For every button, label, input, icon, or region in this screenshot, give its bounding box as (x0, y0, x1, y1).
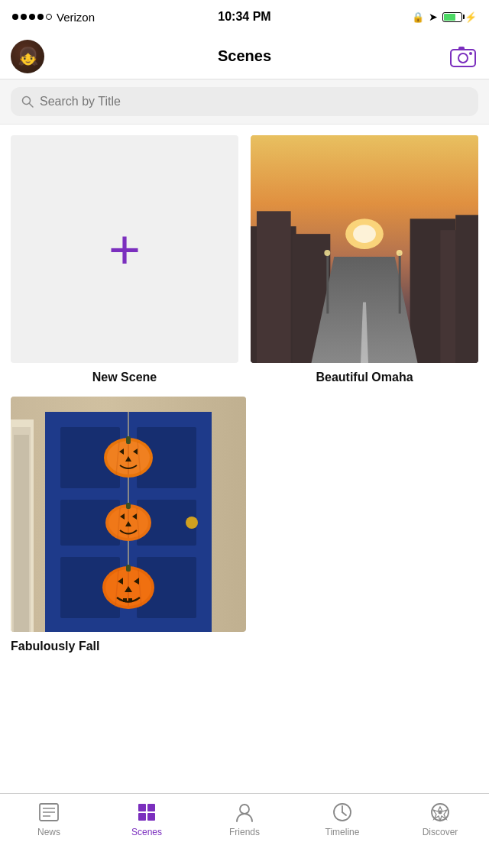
svg-rect-42 (126, 436, 131, 444)
search-container (0, 79, 489, 125)
status-right: 🔒 ➤ ⚡ (412, 11, 477, 23)
svg-line-76 (342, 812, 346, 815)
location-icon: ➤ (429, 11, 438, 23)
search-bar[interactable] (11, 87, 478, 116)
search-input[interactable] (40, 95, 468, 108)
avatar-icon: 👧 (18, 47, 38, 66)
svg-point-1 (458, 53, 468, 63)
svg-rect-17 (326, 253, 329, 313)
dot-4 (37, 14, 44, 20)
svg-rect-18 (399, 253, 401, 313)
status-time: 10:34 PM (218, 10, 270, 24)
status-bar: Verizon 10:34 PM 🔒 ➤ ⚡ (0, 0, 489, 34)
tab-bar: News Scenes Friends (0, 793, 489, 868)
fall-photo-svg (11, 397, 246, 632)
svg-point-32 (186, 517, 198, 529)
battery-container: ⚡ (442, 11, 477, 23)
svg-point-3 (469, 52, 472, 55)
timeline-icon (332, 802, 353, 823)
news-icon (38, 802, 60, 823)
tab-discover[interactable]: Discover (406, 802, 474, 837)
dot-5 (46, 14, 52, 20)
svg-rect-72 (147, 813, 155, 821)
dot-2 (21, 14, 27, 20)
friends-icon (234, 802, 255, 823)
svg-rect-64 (126, 565, 131, 572)
fabulously-fall-thumb (11, 397, 246, 632)
svg-rect-69 (138, 804, 146, 811)
svg-point-73 (240, 805, 249, 814)
new-scene-label: New Scene (92, 371, 157, 384)
scenes-grid: + New Scene (0, 125, 489, 384)
svg-line-5 (30, 104, 34, 108)
beautiful-omaha-card[interactable]: Beautiful Omaha (251, 135, 478, 384)
plus-icon: + (108, 222, 141, 277)
beautiful-omaha-thumb (251, 135, 478, 363)
camera-button[interactable] (448, 41, 478, 72)
svg-rect-71 (138, 813, 146, 821)
tab-timeline[interactable]: Timeline (308, 802, 377, 837)
svg-point-20 (397, 250, 403, 256)
dot-1 (12, 14, 18, 20)
svg-rect-63 (128, 598, 132, 602)
bolt-icon: ⚡ (465, 11, 477, 23)
tab-friends[interactable]: Friends (210, 802, 279, 837)
fabulously-fall-label: Fabulously Fall (11, 640, 99, 653)
avatar[interactable]: 👧 (11, 40, 44, 73)
tab-discover-label: Discover (423, 827, 458, 837)
svg-rect-2 (458, 47, 465, 50)
svg-rect-12 (455, 215, 478, 363)
scenes-bottom: Fabulously Fall (0, 397, 489, 664)
discover-icon (429, 802, 451, 823)
svg-point-19 (324, 250, 330, 256)
svg-rect-52 (126, 503, 131, 509)
battery (442, 12, 462, 22)
header: 👧 Scenes (0, 34, 489, 79)
battery-fill (444, 14, 455, 21)
svg-rect-8 (257, 211, 291, 363)
page-title: Scenes (218, 47, 271, 65)
fabulously-fall-card[interactable]: Fabulously Fall (11, 397, 478, 653)
tab-timeline-label: Timeline (325, 827, 360, 837)
tab-scenes-label: Scenes (131, 827, 162, 837)
svg-rect-24 (14, 435, 29, 632)
search-icon (21, 96, 34, 108)
tab-friends-label: Friends (229, 827, 260, 837)
new-scene-thumb: + (11, 135, 238, 363)
scenes-icon (136, 802, 157, 823)
svg-rect-70 (147, 804, 155, 811)
carrier-label: Verizon (57, 11, 95, 24)
svg-rect-0 (451, 50, 475, 66)
svg-point-16 (353, 225, 376, 243)
beautiful-omaha-label: Beautiful Omaha (316, 371, 413, 384)
omaha-photo-svg (251, 135, 478, 363)
svg-point-79 (439, 811, 442, 815)
tab-scenes[interactable]: Scenes (112, 802, 181, 837)
tab-news-label: News (37, 827, 60, 837)
new-scene-card[interactable]: + New Scene (11, 135, 238, 384)
tab-news[interactable]: News (15, 802, 83, 837)
signal-dots (12, 14, 52, 20)
dot-3 (29, 14, 35, 20)
camera-icon (450, 46, 476, 67)
svg-rect-62 (123, 598, 127, 602)
lock-icon: 🔒 (412, 11, 424, 23)
status-left: Verizon (12, 11, 95, 24)
